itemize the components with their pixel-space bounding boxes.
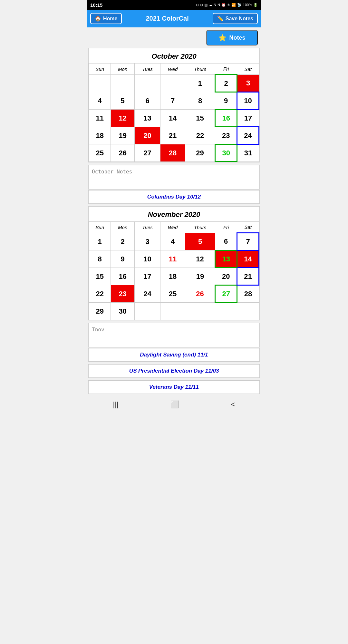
home-button[interactable]: 🏠 Home [90,13,122,24]
nov-10[interactable]: 10 [134,250,160,268]
oct-29[interactable]: 29 [185,144,215,162]
oct-6[interactable]: 6 [134,92,160,110]
nov-col-tues: Tues [134,222,160,233]
nov-2[interactable]: 2 [111,233,135,250]
oct-21[interactable]: 21 [160,127,185,144]
oct-23[interactable]: 23 [215,127,237,144]
oct-30[interactable]: 30 [215,144,237,162]
oct-24[interactable]: 24 [237,127,259,144]
oct-13[interactable]: 13 [134,110,160,127]
nov-14[interactable]: 14 [237,250,259,268]
nov-4[interactable]: 4 [160,233,185,250]
battery-label: 100% [243,3,252,7]
notes-button[interactable]: ⭐ Notes [206,30,258,45]
menu-button[interactable]: ||| [113,400,118,409]
col-sat: Sat [237,63,259,75]
nov-7[interactable]: 7 [237,233,259,250]
notes-button-label: Notes [229,34,245,41]
col-fri: Fri [215,63,237,75]
oct-2[interactable]: 2 [215,75,237,92]
nov-col-wed: Wed [160,222,185,233]
oct-8[interactable]: 8 [185,92,215,110]
table-row: 22 23 24 25 26 27 28 [89,285,259,303]
oct-17[interactable]: 17 [237,110,259,127]
november-title: November 2020 [89,207,259,221]
oct-empty3 [134,75,160,92]
nov-empty3 [185,303,215,320]
nov-30[interactable]: 30 [111,303,135,320]
nov-19[interactable]: 19 [185,268,215,285]
nov-5[interactable]: 5 [185,233,215,250]
table-row: 8 9 10 11 12 13 14 [89,250,259,268]
nov-11[interactable]: 11 [160,250,185,268]
oct-5[interactable]: 5 [111,92,135,110]
nov-17[interactable]: 17 [134,268,160,285]
news-icon: N [214,3,216,7]
oct-20[interactable]: 20 [134,127,160,144]
nov-6[interactable]: 6 [215,233,237,250]
signal-icon: 📡 [237,3,242,7]
table-row: 4 5 6 7 8 9 10 [89,92,259,110]
oct-11[interactable]: 11 [89,110,111,127]
ring-icon: ⊙ [196,3,199,7]
back-button[interactable]: < [231,400,235,409]
nov-holiday-2: US Presidential Election Day 11/03 [88,364,260,378]
oct-7[interactable]: 7 [160,92,185,110]
table-row: 25 26 27 28 29 30 31 [89,144,259,162]
wifi-icon: 📶 [231,3,236,7]
nov-9[interactable]: 9 [111,250,135,268]
nov-28[interactable]: 28 [237,285,259,303]
nov-3[interactable]: 3 [134,233,160,250]
ring-icon2: ⊙ [200,3,203,7]
nov-16[interactable]: 16 [111,268,135,285]
nov-25[interactable]: 25 [160,285,185,303]
oct-4[interactable]: 4 [89,92,111,110]
nov-27[interactable]: 27 [215,285,237,303]
table-row: 11 12 13 14 15 16 17 [89,110,259,127]
october-notes-area[interactable] [88,165,260,190]
oct-16[interactable]: 16 [215,110,237,127]
november-notes-input[interactable]: Tnov [92,327,256,343]
home-nav-button[interactable]: ⬜ [170,400,179,409]
status-icons: ⊙ ⊙ ▨ ☁ N N ⏰ ✳ 📶 📡 100% 🔋 [196,3,258,7]
nov-24[interactable]: 24 [134,285,160,303]
nov-13[interactable]: 13 [215,250,237,268]
oct-28[interactable]: 28 [160,144,185,162]
oct-14[interactable]: 14 [160,110,185,127]
nov-col-sun: Sun [89,222,111,233]
nov-29[interactable]: 29 [89,303,111,320]
nov-8[interactable]: 8 [89,250,111,268]
oct-15[interactable]: 15 [185,110,215,127]
save-notes-button[interactable]: ✏️ Save Notes [213,13,258,24]
oct-1[interactable]: 1 [185,75,215,92]
col-tues: Tues [134,63,160,75]
oct-18[interactable]: 18 [89,127,111,144]
oct-31[interactable]: 31 [237,144,259,162]
nov-26[interactable]: 26 [185,285,215,303]
nov-21[interactable]: 21 [237,268,259,285]
nov-empty2 [160,303,185,320]
october-notes-input[interactable] [92,169,256,185]
oct-10[interactable]: 10 [237,92,259,110]
nov-1[interactable]: 1 [89,233,111,250]
oct-26[interactable]: 26 [111,144,135,162]
november-notes-area[interactable]: Tnov [88,323,260,347]
october-holiday: Columbus Day 10/12 [88,190,260,204]
nov-20[interactable]: 20 [215,268,237,285]
cloud-icon: ☁ [209,3,212,7]
nov-18[interactable]: 18 [160,268,185,285]
oct-19[interactable]: 19 [111,127,135,144]
oct-25[interactable]: 25 [89,144,111,162]
nov-22[interactable]: 22 [89,285,111,303]
oct-12[interactable]: 12 [111,110,135,127]
pencil-icon: ✏️ [217,15,224,22]
oct-9[interactable]: 9 [215,92,237,110]
nov-col-fri: Fri [215,222,237,233]
october-title: October 2020 [89,48,259,63]
oct-27[interactable]: 27 [134,144,160,162]
oct-3[interactable]: 3 [237,75,259,92]
nov-12[interactable]: 12 [185,250,215,268]
oct-22[interactable]: 22 [185,127,215,144]
nov-15[interactable]: 15 [89,268,111,285]
nov-23[interactable]: 23 [111,285,135,303]
